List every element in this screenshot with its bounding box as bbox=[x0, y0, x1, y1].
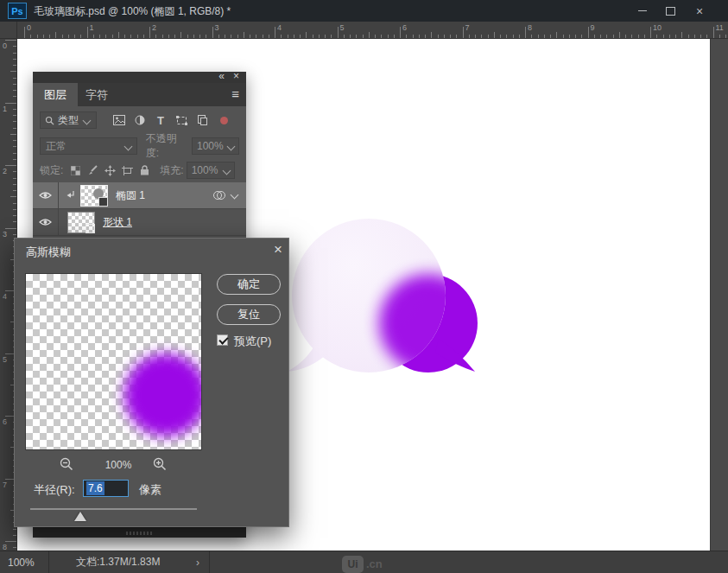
ruler-corner bbox=[0, 22, 17, 39]
layer-name[interactable]: 椭圆 1 bbox=[116, 188, 145, 203]
watermark-logo-icon: Ui bbox=[342, 556, 364, 573]
eye-icon bbox=[39, 218, 52, 226]
chevron-right-icon: › bbox=[196, 557, 199, 569]
close-icon: × bbox=[696, 5, 703, 17]
purple-bubble-tail bbox=[428, 335, 480, 377]
check-icon bbox=[218, 334, 228, 344]
tab-layers[interactable]: 图层 bbox=[33, 83, 78, 106]
layer-row-ellipse[interactable]: 椭圆 1 bbox=[33, 182, 246, 209]
glass-chat-bubble bbox=[292, 219, 446, 372]
preview-checkbox[interactable] bbox=[217, 334, 228, 346]
filter-adjustment-layers-icon[interactable] bbox=[131, 113, 149, 127]
reset-button[interactable]: 复位 bbox=[217, 304, 281, 325]
blend-mode-dropdown[interactable]: 正常 bbox=[40, 137, 137, 155]
status-bar: 100% 文档:1.37M/1.83M › Ui .cn bbox=[0, 551, 728, 573]
smart-filter-expand-icon[interactable] bbox=[231, 190, 239, 199]
filter-type-layers-icon[interactable]: T bbox=[152, 113, 169, 127]
watermark: Ui .cn bbox=[342, 553, 383, 573]
panel-header: « × bbox=[33, 72, 246, 83]
statusbar-zoom-text: 100% bbox=[8, 557, 35, 569]
doc-size-text: 文档:1.37M/1.83M bbox=[76, 555, 160, 570]
lock-label: 锁定: bbox=[40, 163, 63, 178]
smart-filter-icon[interactable] bbox=[212, 190, 226, 201]
tab-character-label: 字符 bbox=[85, 87, 108, 103]
dialog-close-button[interactable]: × bbox=[269, 240, 288, 259]
pasteboard-strip bbox=[710, 39, 728, 551]
layer-thumbnail[interactable] bbox=[80, 185, 108, 207]
radius-label: 半径(R): bbox=[34, 482, 75, 498]
visibility-toggle[interactable] bbox=[33, 182, 59, 209]
preview-checkbox-label: 预览(P) bbox=[234, 334, 271, 349]
shape-layer-badge-icon bbox=[85, 224, 95, 233]
preview-zoom-level: 100% bbox=[98, 459, 139, 471]
panel-collapse-icon[interactable]: « bbox=[218, 70, 224, 82]
filter-smart-objects-icon[interactable] bbox=[193, 113, 211, 127]
zoom-in-icon bbox=[153, 457, 167, 471]
panel-resize-bar[interactable] bbox=[33, 527, 246, 538]
opacity-label: 不透明度: bbox=[146, 131, 189, 161]
lock-transparency-icon[interactable] bbox=[66, 163, 84, 177]
lock-artboard-icon[interactable] bbox=[118, 163, 136, 177]
title-bar: Ps 毛玻璃图标.psd @ 100% (椭圆 1, RGB/8) * × bbox=[0, 0, 728, 22]
fill-label: 填充: bbox=[160, 163, 183, 178]
blend-mode-value: 正常 bbox=[46, 139, 66, 154]
zoom-out-icon bbox=[60, 457, 73, 471]
maximize-icon bbox=[666, 7, 675, 16]
blend-row: 正常 不透明度: 100% bbox=[40, 137, 239, 155]
watermark-suffix: .cn bbox=[366, 557, 383, 570]
blur-preview-box[interactable] bbox=[25, 273, 202, 450]
ok-button[interactable]: 确定 bbox=[217, 274, 281, 295]
statusbar-doc-info[interactable]: 文档:1.37M/1.83M bbox=[49, 551, 210, 573]
lock-all-padlock-icon[interactable] bbox=[136, 163, 153, 177]
statusbar-expand-chevron[interactable]: › bbox=[189, 551, 206, 573]
lock-row: 锁定: 填充: 100% bbox=[40, 162, 239, 179]
filter-toggle-icon[interactable] bbox=[220, 117, 228, 124]
maximize-button[interactable] bbox=[656, 0, 684, 22]
lock-position-move-icon[interactable] bbox=[101, 163, 118, 177]
radius-value-selected-text: 7.6 bbox=[86, 481, 104, 495]
panel-close-icon[interactable]: × bbox=[233, 70, 239, 82]
opacity-dropdown[interactable]: 100% bbox=[192, 137, 239, 155]
filter-kind-label: 类型 bbox=[58, 113, 79, 128]
zoom-out-button[interactable] bbox=[60, 457, 73, 471]
panel-tab-row: 图层 字符 ≡ bbox=[33, 83, 246, 106]
statusbar-zoom-level[interactable]: 100% bbox=[0, 551, 49, 573]
close-window-button[interactable]: × bbox=[686, 0, 713, 22]
opacity-value: 100% bbox=[197, 140, 224, 152]
layer-filter-row: 类型 T bbox=[40, 111, 239, 129]
layer-name[interactable]: 形状 1 bbox=[103, 215, 132, 230]
fill-value: 100% bbox=[192, 164, 218, 176]
filter-shape-layers-icon[interactable] bbox=[173, 113, 190, 127]
photoshop-app-icon: Ps bbox=[8, 3, 27, 19]
layer-filter-kind-dropdown[interactable]: 类型 bbox=[40, 111, 97, 129]
resize-grip-icon bbox=[126, 532, 154, 535]
window-title: 毛玻璃图标.psd @ 100% (椭圆 1, RGB/8) * bbox=[34, 4, 231, 19]
radius-slider-track[interactable] bbox=[30, 508, 197, 510]
tab-layers-label: 图层 bbox=[44, 87, 66, 103]
smart-filter-badge-icon bbox=[98, 197, 108, 207]
photoshop-window: Ps 毛玻璃图标.psd @ 100% (椭圆 1, RGB/8) * × 01… bbox=[0, 0, 728, 573]
search-icon bbox=[45, 116, 54, 125]
eye-icon bbox=[39, 191, 52, 200]
radius-slider-thumb[interactable] bbox=[74, 512, 86, 521]
radius-input[interactable]: 7.6 bbox=[83, 480, 129, 497]
layer-thumbnail[interactable] bbox=[67, 212, 95, 233]
lock-pixels-brush-icon[interactable] bbox=[84, 163, 101, 177]
filter-pixel-layers-icon[interactable] bbox=[111, 113, 128, 127]
minimize-icon bbox=[638, 10, 647, 11]
tab-character[interactable]: 字符 bbox=[74, 83, 119, 106]
dialog-title: 高斯模糊 bbox=[26, 245, 71, 260]
gaussian-blur-dialog: 高斯模糊 × 确定 复位 预览(P) 100% 半径(R): 7.6 像素 bbox=[14, 238, 289, 527]
panel-menu-icon[interactable]: ≡ bbox=[231, 86, 239, 101]
layer-row-shape[interactable]: 形状 1 bbox=[33, 209, 246, 236]
visibility-toggle[interactable] bbox=[33, 209, 59, 236]
preview-blurred-blob bbox=[124, 353, 202, 436]
radius-unit-label: 像素 bbox=[139, 482, 161, 498]
ruler-top[interactable]: 01234567891011 bbox=[0, 22, 728, 39]
zoom-in-button[interactable] bbox=[153, 457, 167, 471]
minimize-button[interactable] bbox=[629, 0, 656, 22]
fill-dropdown[interactable]: 100% bbox=[187, 162, 235, 179]
clipping-mask-arrow-icon bbox=[66, 190, 75, 201]
